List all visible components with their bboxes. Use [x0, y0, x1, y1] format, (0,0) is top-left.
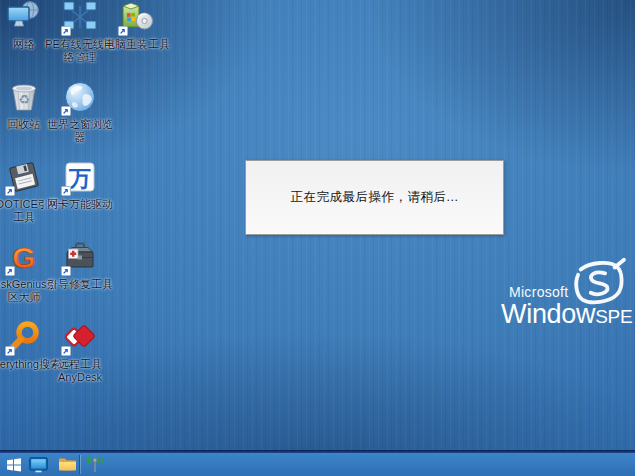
shortcut-arrow-icon	[61, 186, 71, 196]
svg-text:万: 万	[68, 166, 91, 191]
desktop-icon-boot-repair-tool[interactable]: 引导修复工具	[52, 240, 108, 291]
recycle-bin-icon: ♻	[7, 80, 41, 116]
shortcut-arrow-icon	[61, 106, 71, 116]
please-wait-dialog: 正在完成最后操作，请稍后...	[245, 160, 504, 235]
start-button[interactable]	[1, 453, 27, 476]
svg-text:G: G	[12, 241, 35, 274]
dialog-message: 正在完成最后操作，请稍后...	[291, 189, 459, 206]
shortcut-arrow-icon	[61, 266, 71, 276]
icon-label: 世界之窗浏览器	[42, 118, 118, 143]
windowspe-logo: Microsoft WindowSPE	[501, 262, 635, 340]
icon-label: 网卡万能驱动	[42, 198, 118, 211]
bootice-floppy-icon	[7, 160, 41, 196]
shortcut-arrow-icon	[5, 266, 15, 276]
shortcut-arrow-icon	[118, 26, 128, 36]
folder-icon	[58, 457, 77, 472]
diskgenius-icon: G	[7, 240, 41, 276]
shortcut-arrow-icon	[5, 346, 15, 356]
desktop-icon-universal-nic-driver[interactable]: 万 网卡万能驱动	[52, 160, 108, 211]
desktop-icon-theworld-browser[interactable]: 世界之窗浏览器	[52, 80, 108, 143]
taskbar-separator	[79, 455, 80, 474]
taskbar-network-signal-button[interactable]	[82, 453, 108, 476]
pc-reinstall-tool-icon	[120, 0, 154, 36]
windows-logo-icon	[6, 457, 22, 472]
shortcut-arrow-icon	[61, 346, 71, 356]
icon-label: 远程工具AnyDesk	[42, 358, 118, 383]
microsoft-text: Microsoft	[509, 284, 569, 300]
windowspe-text: WindowSPE	[501, 299, 632, 330]
pe-network-manager-icon	[63, 0, 97, 36]
icon-label: 电脑重装工具	[99, 38, 175, 51]
taskbar-explorer-button[interactable]	[54, 453, 80, 476]
icon-label: 引导修复工具	[42, 278, 118, 291]
boot-repair-toolbox-icon	[63, 240, 97, 276]
shortcut-arrow-icon	[5, 186, 15, 196]
desktop-icon-bootice[interactable]: BOOTICE引导工具	[0, 160, 52, 223]
wan-driver-icon: 万	[63, 160, 97, 196]
monitor-icon	[29, 457, 48, 473]
desktop-icon-pe-network-manager[interactable]: PE有线无线网络管理	[52, 0, 108, 63]
taskbar[interactable]	[0, 453, 635, 476]
svg-text:♻: ♻	[18, 92, 30, 107]
theworld-browser-icon	[63, 80, 97, 116]
taskbar-computer-button[interactable]	[25, 453, 51, 476]
desktop-icon-anydesk[interactable]: 远程工具AnyDesk	[52, 320, 108, 383]
anydesk-icon	[63, 320, 97, 356]
desktop-icon-diskgenius[interactable]: G DiskGenius分区大师	[0, 240, 52, 303]
everything-magnifier-icon	[7, 320, 41, 356]
network-icon	[7, 0, 41, 36]
desktop-icon-pc-reinstall-tool[interactable]: 电脑重装工具	[109, 0, 165, 51]
shortcut-arrow-icon	[61, 26, 71, 36]
wireless-antenna-icon	[86, 456, 104, 473]
